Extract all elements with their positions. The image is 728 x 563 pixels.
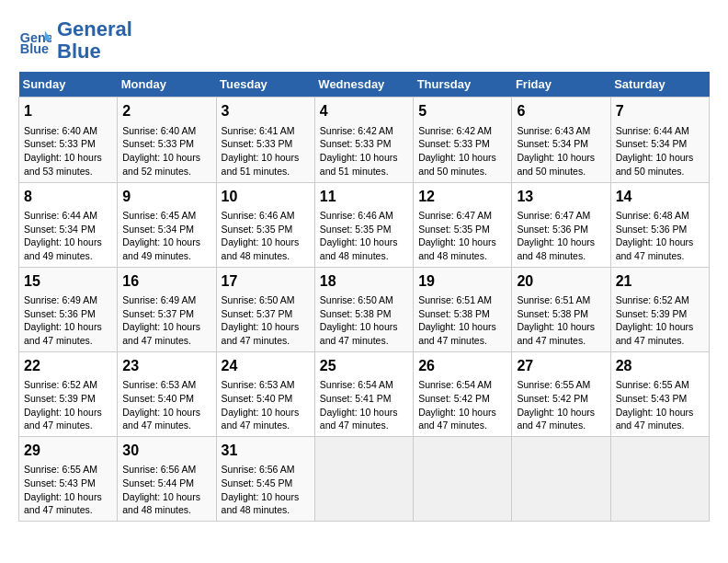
day-number: 31 bbox=[222, 441, 310, 461]
calendar-cell: 25Sunrise: 6:54 AM Sunset: 5:41 PM Dayli… bbox=[314, 351, 413, 436]
calendar-cell: 3Sunrise: 6:41 AM Sunset: 5:33 PM Daylig… bbox=[216, 98, 314, 182]
calendar-cell: 7Sunrise: 6:44 AM Sunset: 5:34 PM Daylig… bbox=[610, 98, 709, 182]
calendar-cell bbox=[414, 436, 512, 521]
day-header-thursday: Thursday bbox=[414, 72, 512, 98]
day-number: 22 bbox=[24, 356, 112, 376]
day-number: 12 bbox=[418, 187, 506, 207]
calendar-cell: 26Sunrise: 6:54 AM Sunset: 5:42 PM Dayli… bbox=[414, 351, 512, 436]
week-row-3: 15Sunrise: 6:49 AM Sunset: 5:36 PM Dayli… bbox=[19, 267, 710, 351]
day-number: 28 bbox=[616, 356, 704, 376]
day-info: Sunrise: 6:43 AM Sunset: 5:34 PM Dayligh… bbox=[517, 124, 605, 178]
day-info: Sunrise: 6:52 AM Sunset: 5:39 PM Dayligh… bbox=[24, 378, 112, 432]
day-info: Sunrise: 6:44 AM Sunset: 5:34 PM Dayligh… bbox=[616, 124, 704, 178]
day-header-sunday: Sunday bbox=[19, 72, 118, 98]
calendar-table: SundayMondayTuesdayWednesdayThursdayFrid… bbox=[18, 72, 710, 522]
calendar-cell: 24Sunrise: 6:53 AM Sunset: 5:40 PM Dayli… bbox=[216, 351, 314, 436]
day-number: 4 bbox=[320, 101, 408, 121]
calendar-cell: 22Sunrise: 6:52 AM Sunset: 5:39 PM Dayli… bbox=[19, 351, 118, 436]
day-info: Sunrise: 6:47 AM Sunset: 5:35 PM Dayligh… bbox=[418, 209, 506, 263]
page-header: General Blue General Blue bbox=[18, 18, 710, 63]
day-number: 19 bbox=[418, 271, 506, 292]
day-info: Sunrise: 6:56 AM Sunset: 5:45 PM Dayligh… bbox=[222, 463, 310, 517]
calendar-cell: 10Sunrise: 6:46 AM Sunset: 5:35 PM Dayli… bbox=[216, 182, 314, 267]
calendar-cell: 9Sunrise: 6:45 AM Sunset: 5:34 PM Daylig… bbox=[118, 182, 216, 267]
day-number: 1 bbox=[24, 101, 112, 121]
day-number: 29 bbox=[24, 441, 112, 461]
day-number: 13 bbox=[517, 187, 605, 207]
calendar-cell: 31Sunrise: 6:56 AM Sunset: 5:45 PM Dayli… bbox=[216, 436, 314, 521]
day-number: 25 bbox=[320, 356, 408, 376]
day-number: 30 bbox=[122, 441, 210, 461]
day-number: 8 bbox=[24, 187, 112, 207]
day-info: Sunrise: 6:49 AM Sunset: 5:37 PM Dayligh… bbox=[122, 293, 210, 348]
day-number: 21 bbox=[616, 271, 704, 292]
week-row-2: 8Sunrise: 6:44 AM Sunset: 5:34 PM Daylig… bbox=[19, 182, 710, 267]
day-number: 14 bbox=[616, 187, 704, 207]
day-info: Sunrise: 6:51 AM Sunset: 5:38 PM Dayligh… bbox=[517, 293, 605, 348]
calendar-cell: 19Sunrise: 6:51 AM Sunset: 5:38 PM Dayli… bbox=[414, 267, 512, 351]
calendar-cell: 18Sunrise: 6:50 AM Sunset: 5:38 PM Dayli… bbox=[314, 267, 413, 351]
logo: General Blue General Blue bbox=[18, 18, 132, 63]
day-number: 24 bbox=[222, 356, 310, 376]
day-info: Sunrise: 6:55 AM Sunset: 5:43 PM Dayligh… bbox=[24, 463, 112, 517]
day-info: Sunrise: 6:52 AM Sunset: 5:39 PM Dayligh… bbox=[616, 293, 704, 348]
day-info: Sunrise: 6:42 AM Sunset: 5:33 PM Dayligh… bbox=[418, 124, 506, 178]
day-number: 17 bbox=[222, 271, 310, 292]
day-number: 7 bbox=[616, 101, 704, 121]
day-info: Sunrise: 6:54 AM Sunset: 5:41 PM Dayligh… bbox=[320, 378, 408, 432]
day-info: Sunrise: 6:56 AM Sunset: 5:44 PM Dayligh… bbox=[122, 463, 210, 517]
calendar-cell bbox=[512, 436, 610, 521]
week-row-4: 22Sunrise: 6:52 AM Sunset: 5:39 PM Dayli… bbox=[19, 351, 710, 436]
day-info: Sunrise: 6:44 AM Sunset: 5:34 PM Dayligh… bbox=[24, 209, 112, 263]
day-number: 18 bbox=[320, 271, 408, 292]
day-number: 6 bbox=[517, 101, 605, 121]
calendar-cell bbox=[314, 436, 413, 521]
week-row-1: 1Sunrise: 6:40 AM Sunset: 5:33 PM Daylig… bbox=[19, 98, 710, 182]
day-info: Sunrise: 6:50 AM Sunset: 5:38 PM Dayligh… bbox=[320, 293, 408, 348]
day-number: 26 bbox=[418, 356, 506, 376]
calendar-cell: 8Sunrise: 6:44 AM Sunset: 5:34 PM Daylig… bbox=[19, 182, 118, 267]
day-info: Sunrise: 6:42 AM Sunset: 5:33 PM Dayligh… bbox=[320, 124, 408, 178]
calendar-cell: 29Sunrise: 6:55 AM Sunset: 5:43 PM Dayli… bbox=[19, 436, 118, 521]
calendar-cell bbox=[610, 436, 709, 521]
calendar-cell: 30Sunrise: 6:56 AM Sunset: 5:44 PM Dayli… bbox=[118, 436, 216, 521]
calendar-cell: 11Sunrise: 6:46 AM Sunset: 5:35 PM Dayli… bbox=[314, 182, 413, 267]
calendar-cell: 12Sunrise: 6:47 AM Sunset: 5:35 PM Dayli… bbox=[414, 182, 512, 267]
day-header-tuesday: Tuesday bbox=[216, 72, 314, 98]
calendar-cell: 14Sunrise: 6:48 AM Sunset: 5:36 PM Dayli… bbox=[610, 182, 709, 267]
day-info: Sunrise: 6:48 AM Sunset: 5:36 PM Dayligh… bbox=[616, 209, 704, 263]
day-info: Sunrise: 6:41 AM Sunset: 5:33 PM Dayligh… bbox=[222, 124, 310, 178]
day-number: 3 bbox=[222, 101, 310, 121]
day-number: 11 bbox=[320, 187, 408, 207]
day-number: 2 bbox=[122, 101, 210, 121]
svg-text:Blue: Blue bbox=[20, 42, 49, 57]
day-number: 20 bbox=[517, 271, 605, 292]
day-number: 23 bbox=[122, 356, 210, 376]
day-info: Sunrise: 6:53 AM Sunset: 5:40 PM Dayligh… bbox=[122, 378, 210, 432]
calendar-cell: 5Sunrise: 6:42 AM Sunset: 5:33 PM Daylig… bbox=[414, 98, 512, 182]
calendar-cell: 4Sunrise: 6:42 AM Sunset: 5:33 PM Daylig… bbox=[314, 98, 413, 182]
day-number: 5 bbox=[418, 101, 506, 121]
day-info: Sunrise: 6:55 AM Sunset: 5:42 PM Dayligh… bbox=[517, 378, 605, 432]
day-header-friday: Friday bbox=[512, 72, 610, 98]
calendar-cell: 17Sunrise: 6:50 AM Sunset: 5:37 PM Dayli… bbox=[216, 267, 314, 351]
calendar-cell: 23Sunrise: 6:53 AM Sunset: 5:40 PM Dayli… bbox=[118, 351, 216, 436]
calendar-cell: 13Sunrise: 6:47 AM Sunset: 5:36 PM Dayli… bbox=[512, 182, 610, 267]
calendar-cell: 16Sunrise: 6:49 AM Sunset: 5:37 PM Dayli… bbox=[118, 267, 216, 351]
day-info: Sunrise: 6:49 AM Sunset: 5:36 PM Dayligh… bbox=[24, 293, 112, 348]
logo-icon: General Blue bbox=[18, 24, 51, 57]
day-info: Sunrise: 6:55 AM Sunset: 5:43 PM Dayligh… bbox=[616, 378, 704, 432]
calendar-cell: 6Sunrise: 6:43 AM Sunset: 5:34 PM Daylig… bbox=[512, 98, 610, 182]
day-info: Sunrise: 6:46 AM Sunset: 5:35 PM Dayligh… bbox=[320, 209, 408, 263]
calendar-cell: 27Sunrise: 6:55 AM Sunset: 5:42 PM Dayli… bbox=[512, 351, 610, 436]
calendar-cell: 15Sunrise: 6:49 AM Sunset: 5:36 PM Dayli… bbox=[19, 267, 118, 351]
week-row-5: 29Sunrise: 6:55 AM Sunset: 5:43 PM Dayli… bbox=[19, 436, 710, 521]
day-info: Sunrise: 6:53 AM Sunset: 5:40 PM Dayligh… bbox=[222, 378, 310, 432]
calendar-header: SundayMondayTuesdayWednesdayThursdayFrid… bbox=[19, 72, 710, 98]
day-info: Sunrise: 6:47 AM Sunset: 5:36 PM Dayligh… bbox=[517, 209, 605, 263]
day-header-wednesday: Wednesday bbox=[314, 72, 413, 98]
day-header-monday: Monday bbox=[118, 72, 216, 98]
day-number: 27 bbox=[517, 356, 605, 376]
calendar-cell: 20Sunrise: 6:51 AM Sunset: 5:38 PM Dayli… bbox=[512, 267, 610, 351]
day-info: Sunrise: 6:45 AM Sunset: 5:34 PM Dayligh… bbox=[122, 209, 210, 263]
